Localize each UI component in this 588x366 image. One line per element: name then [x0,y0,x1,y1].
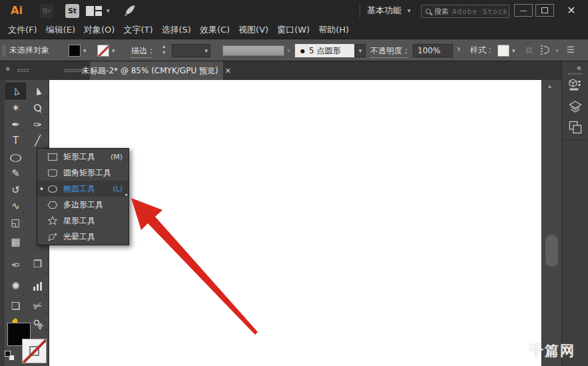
stroke-stepper[interactable]: ▴▾ [162,44,165,56]
graph-tool[interactable] [27,276,48,297]
artboards-panel-icon[interactable] [567,119,583,135]
chevron-down-icon[interactable]: ▾ [107,8,110,14]
knife-tool[interactable]: ✄ [27,297,48,315]
chevron-down-icon[interactable]: ▾ [287,48,290,54]
width-tool[interactable]: ∿ [5,198,26,215]
menu-item[interactable]: 文件(F) [8,24,37,36]
flyout-item-flare-tool[interactable]: ▪ 光晕工具 [37,229,129,245]
stroke-swatch[interactable] [97,45,109,57]
dock-divider [563,140,587,141]
style-label: 样式 : [470,39,491,61]
artboard-tool[interactable]: ❏ [5,297,26,315]
panel-menu-icon[interactable]: ☰ [567,45,575,55]
type-tool[interactable]: T [5,133,26,149]
flyout-item-star-tool[interactable]: ▪ 星形工具 [37,213,129,229]
magic-wand-tool[interactable]: ✶ [5,99,26,117]
stepper-down-icon[interactable]: ▾ [162,50,165,56]
brush-value: 5 点圆形 [309,45,340,57]
stroke-color-swatch[interactable] [22,339,47,363]
chevron-down-icon[interactable]: ▾ [83,48,87,54]
flyout-item-rounded-rectangle-tool[interactable]: ▪ 圆角矩形工具 [37,165,129,181]
brush-dot-icon: ● [300,48,305,54]
free-transform-tool[interactable]: ◱ [5,215,26,231]
maximize-button[interactable] [535,4,554,17]
scroll-up-icon[interactable]: ▴ [548,82,551,89]
menu-item[interactable]: 选择(S) [161,24,190,36]
workspace-switcher[interactable]: 基本功能 ▾ [367,0,411,21]
menu-item[interactable]: 文字(T) [123,24,152,36]
grip-handle[interactable] [568,73,583,75]
shaper-tool[interactable]: ✎ [5,165,26,182]
flyout-item-label: 椭圆工具 [63,183,95,195]
fill-swatch[interactable] [69,45,81,57]
shape-builder-tool-icon: ❒ [33,259,42,269]
stroke-weight-label[interactable]: 描边 : [131,45,152,58]
symbol-sprayer-tool[interactable]: ✺ [5,276,26,297]
stock-icon[interactable]: St [65,4,79,18]
vertical-scrollbar[interactable]: ▴ [541,80,561,366]
flyout-item-label: 光晕工具 [63,231,95,243]
close-tab-icon[interactable]: ✕ [225,67,231,75]
bridge-icon[interactable]: Br [40,4,54,18]
line-segment-tool[interactable]: ╱ [27,133,48,149]
menu-item[interactable]: 效果(C) [200,24,230,36]
maximize-icon [541,7,548,13]
minimize-button[interactable]: — [514,4,533,17]
grip-handle[interactable] [2,45,5,57]
search-label: 搜索 [434,7,449,17]
width-profile-select[interactable] [222,45,284,56]
menu-item[interactable]: 帮助(H) [318,24,349,36]
selection-tool[interactable]: ▻ [5,83,26,99]
default-fill-stroke-icon[interactable] [5,351,15,361]
pen-tool[interactable]: ✒ [5,117,26,133]
width-tool-icon: ∿ [11,201,20,211]
layers-panel-icon[interactable] [567,99,583,115]
rotate-tool[interactable]: ↺ [5,182,26,198]
symbol-sprayer-tool-icon: ✺ [11,281,20,291]
direct-selection-tool-icon: ► [32,86,43,96]
document-tab[interactable]: 未标题-2* @ 85% (CMYK/GPU 预览) ✕ [90,61,223,80]
type-tool-icon: T [13,136,19,146]
stock-search-input[interactable]: 搜索 Adobe Stock [421,5,509,18]
curvature-tool[interactable]: ✑ [27,117,48,133]
document-setup-icon[interactable] [526,47,532,53]
stroke-weight-select[interactable]: ▾ [172,44,210,57]
shape-builder-tool[interactable]: ❒ [27,253,48,276]
ellipse-tool-icon: ○ [9,153,22,163]
line-segment-tool-icon: ╱ [35,136,41,146]
libraries-panel-icon[interactable] [567,77,583,93]
menu-item[interactable]: 视图(V) [238,24,268,36]
app-logo: Ai [7,3,27,19]
flyout-item-rectangle-tool[interactable]: ▪ 矩形工具 (M) [37,149,129,165]
menubar: 文件(F)编辑(E)对象(O)文字(T)选择(S)效果(C)视图(V)窗口(W)… [0,21,588,39]
menu-item[interactable]: 对象(O) [84,24,115,36]
opacity-more-icon[interactable]: › [457,43,461,54]
grip-handle[interactable] [17,69,29,72]
none-slash-icon [97,45,109,57]
workspace-layout-icon[interactable] [86,6,103,16]
opacity-input[interactable]: 100% [413,44,453,57]
menu-item[interactable]: 窗口(W) [277,24,310,36]
collapse-tools-icon[interactable]: « [5,65,10,73]
chevron-down-icon[interactable]: ▾ [555,48,559,54]
scrollbar-thumb[interactable] [545,235,558,267]
arrange-icon[interactable] [541,45,549,55]
chevron-down-icon[interactable]: ▾ [512,48,515,54]
brush-chevron-button[interactable]: ▾ [355,44,366,57]
close-button[interactable]: ✕ [559,2,583,19]
flyout-item-ellipse-tool[interactable]: ▪ 椭圆工具 (L) [37,181,129,197]
eyedropper-tool[interactable]: ✑ [5,253,26,276]
ellipse-tool[interactable]: ○ [5,149,26,165]
mesh-tool[interactable]: ▦ [5,231,26,253]
brush-select[interactable]: ● 5 点圆形 [295,44,354,57]
flyout-item-polygon-tool[interactable]: ▪ 多边形工具 [37,197,129,213]
gpu-rocket-icon [123,4,136,20]
menu-item[interactable]: 编辑(E) [46,24,75,36]
expand-panels-icon[interactable]: « [577,64,581,72]
chevron-down-icon: ▾ [408,8,411,14]
direct-selection-tool[interactable]: ► [27,83,48,99]
chevron-down-icon[interactable]: ▾ [112,48,115,54]
lasso-tool[interactable]: Ϙ [27,99,48,117]
opacity-label[interactable]: 不透明度 : [370,45,408,58]
style-swatch[interactable] [497,45,509,57]
